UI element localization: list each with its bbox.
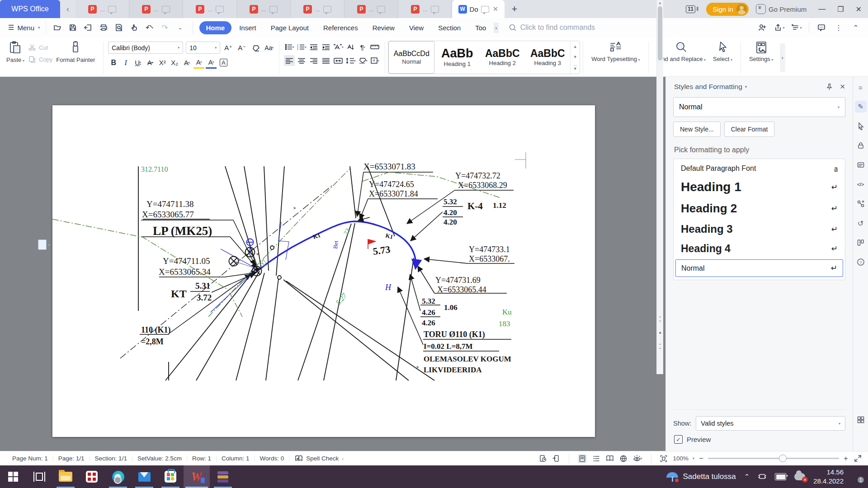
close-tab-icon[interactable]: ✕ [493,5,499,13]
status-item[interactable]: Words: 0 [255,455,290,462]
more-options-icon[interactable]: ⋮ [831,21,846,34]
document-workspace[interactable]: ▾ [0,77,665,451]
next-page-button[interactable]: ⌄⌄ [657,342,663,350]
document-scrollbar[interactable]: ▲ ⌃⌃ ■ ⌄⌄ [656,0,663,374]
ribbon-tab-page-layout[interactable]: Page Layout [264,21,316,34]
ribbon-tab-review[interactable]: Review [366,21,401,34]
align-center-button[interactable] [296,55,307,66]
book-view-icon[interactable] [606,455,614,462]
highlight-color-button[interactable]: A▾ [193,56,204,69]
status-item[interactable]: SetValue: 2.5cm [132,455,187,462]
shading-button[interactable]: ▾ [357,55,368,66]
new-tab-button[interactable]: + [505,0,524,18]
edit-pen-icon[interactable]: ✎ [855,101,867,113]
wps-home-tab[interactable]: WPS Office [0,0,60,18]
page-view-icon[interactable] [578,454,587,463]
notification-center-button[interactable]: 1 [852,472,863,482]
status-item[interactable]: Page: 1/1 [53,455,90,462]
battery-icon[interactable] [775,473,786,480]
mobile-view-icon[interactable] [552,455,560,462]
zoom-level-value[interactable]: 100% [673,455,689,462]
previous-page-button[interactable]: ⌃⌃ [657,316,663,324]
gallery-scroll-buttons[interactable]: ▲▼▼ [570,41,580,74]
wps-office-taskbar-button[interactable]: W [184,465,210,488]
edge-browser-button[interactable] [105,465,131,488]
font-size-combo[interactable]: 10▾ [186,42,220,54]
document-page[interactable]: 312.7110X=6533071.83Y=474724.65X=6533071… [52,105,595,437]
zoom-slider-thumb[interactable] [779,455,787,462]
export-pdf-icon[interactable] [81,21,95,34]
bold-button[interactable]: B [108,57,119,68]
subscript-button[interactable]: X₂ [169,57,180,68]
fullscreen-icon[interactable] [854,455,862,462]
text-direction-button[interactable] [345,42,356,52]
panel-handle-icon[interactable]: ≡ [855,81,867,93]
cast-display-icon[interactable] [758,473,767,480]
ribbon-tab-references[interactable]: References [316,21,365,34]
underline-button[interactable]: U▾ [132,57,143,68]
open-icon[interactable] [51,21,64,34]
preview-checkbox[interactable]: ✓ [674,435,683,444]
font-color-button[interactable]: A▾ [206,56,217,69]
select-cursor-icon[interactable] [855,120,867,132]
pdf-tab[interactable]: P... [291,0,344,18]
share-icon[interactable]: ▾ [772,21,787,34]
start-button[interactable] [0,465,26,488]
tab-ruler-button[interactable] [369,42,380,52]
tray-expand-chevron[interactable]: ⌃ [744,473,750,481]
align-left-button[interactable] [284,55,295,66]
gallery-style-heading-3[interactable]: AaBbCHeading 3 [525,41,570,74]
scrollbar-thumb[interactable] [658,6,662,61]
close-window-button[interactable]: ✕ [856,5,862,14]
clock[interactable]: 14.56 28.4.2022 [813,468,844,486]
minimize-button[interactable]: — [818,5,826,13]
pdf-tab[interactable]: P... [183,0,237,18]
cut-button[interactable]: Cut [28,43,52,52]
flow-node-icon[interactable] [855,198,867,210]
show-paragraph-marks-button[interactable]: ¶▾ [357,42,368,52]
menu-button[interactable]: ☰ Menu ▾ [0,23,46,32]
ribbon-tab-home[interactable]: Home [199,21,232,34]
task-view-button[interactable] [26,465,52,488]
ribbon-tab-view[interactable]: View [402,21,430,34]
save-icon[interactable] [66,21,80,34]
decrease-indent-button[interactable] [308,42,319,52]
command-search[interactable]: Click to find commands [509,23,595,32]
hand-tool-icon[interactable] [127,21,141,34]
sign-in-button[interactable]: Sign in [706,3,749,16]
italic-button[interactable]: I [120,57,131,68]
gallery-style-normal[interactable]: AaBbCcDdNormal [388,41,434,74]
code-icon[interactable]: </> [855,178,867,190]
gallery-style-heading-1[interactable]: AaBbHeading 1 [434,41,480,74]
document-tab[interactable]: W Do ✕ [452,0,505,18]
copy-button[interactable]: Copy [28,55,52,63]
distribute-button[interactable] [333,55,344,66]
eye-protection-icon[interactable]: ▾ [633,455,642,462]
print-preview-icon[interactable] [112,21,126,34]
style-item-default-paragraph-font[interactable]: Default Paragraph Fonta [674,161,845,176]
format-painter-button[interactable]: Format Painter [52,40,99,65]
style-item-heading-2[interactable]: Heading 2↵ [674,198,845,219]
add-user-icon[interactable] [755,21,770,34]
restore-button[interactable]: ❐ [837,5,844,14]
borders-button[interactable]: ▾ [369,55,380,66]
change-case-button[interactable]: Aa▾ [264,42,274,53]
outline-view-icon[interactable] [593,455,600,462]
collapse-ribbon-icon[interactable]: ⌃ [848,21,863,34]
paste-button[interactable]: Paste ▾ [3,40,28,65]
spell-check-button[interactable]: Spell Check › [289,455,349,462]
style-item-heading-1[interactable]: Heading 1↵ [674,176,845,198]
status-item[interactable]: Row: 1 [187,455,217,462]
comment-icon[interactable] [814,21,829,34]
file-explorer-button[interactable] [52,465,79,488]
tab-back-chevron-icon[interactable]: ‹ [60,0,75,18]
web-view-icon[interactable] [620,455,627,462]
word-typesetting-button[interactable]: Word Typesetting ▾ [588,40,643,64]
gift-app-button[interactable] [79,465,105,488]
browse-object-button[interactable]: ■ [657,331,663,334]
select-button[interactable]: Select ▾ [709,40,736,64]
style-item-heading-4[interactable]: Heading 4↵ [674,239,845,258]
status-item[interactable]: Section: 1/1 [90,455,132,462]
microsoft-store-button[interactable] [157,465,184,488]
shrink-font-button[interactable]: A⁻ [236,42,247,53]
